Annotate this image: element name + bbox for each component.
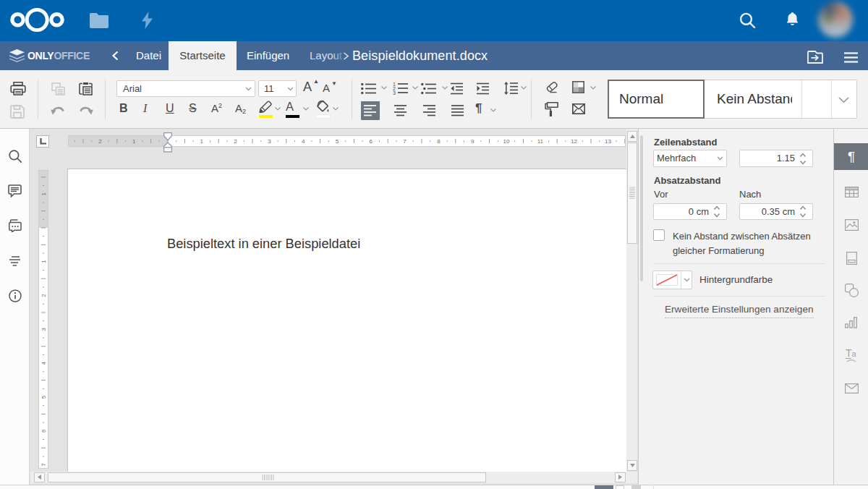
svg-text:7: 7 [41,463,47,467]
svg-text:7: 7 [403,138,407,145]
svg-text:2: 2 [41,294,47,297]
svg-text:6: 6 [370,138,373,145]
svg-text:a: a [852,349,857,358]
svg-text:3: 3 [41,328,47,331]
svg-text:11: 11 [537,138,544,145]
svg-text:4: 4 [302,138,305,145]
svg-text:1: 1 [41,192,47,195]
svg-text:1: 1 [41,260,47,263]
svg-text:5: 5 [41,395,47,399]
svg-text:4: 4 [41,361,47,365]
svg-text:9: 9 [471,138,475,145]
svg-text:2: 2 [98,138,102,145]
svg-text:1: 1 [132,138,136,145]
svg-text:10: 10 [503,138,510,145]
svg-text:8: 8 [437,138,441,145]
svg-text:5: 5 [336,138,339,145]
svg-text:3: 3 [393,90,396,95]
svg-text:12: 12 [571,138,577,145]
svg-text:13: 13 [605,138,611,145]
svg-text:6: 6 [41,429,47,433]
svg-text:3: 3 [268,138,271,145]
svg-text:2: 2 [234,138,237,145]
svg-text:1: 1 [200,138,204,145]
